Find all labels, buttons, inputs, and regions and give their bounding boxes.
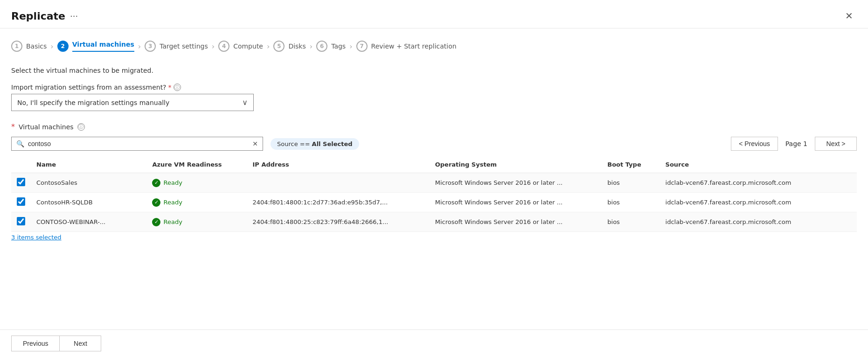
- step-1-label: Basics: [26, 42, 47, 50]
- vm-section-label: * Virtual machines ⓘ: [11, 122, 857, 131]
- row-2-boot: bios: [602, 193, 660, 212]
- vm-required-star: *: [11, 122, 15, 131]
- row-1-os: Microsoft Windows Server 2016 or later .…: [430, 173, 602, 193]
- search-icon: 🔍: [16, 140, 24, 147]
- row-1-boot: bios: [602, 173, 660, 193]
- step-sep-6: ›: [349, 42, 352, 51]
- row-1-checkbox-cell: [11, 173, 31, 193]
- col-os-header: Operating System: [430, 156, 602, 173]
- step-7-label: Review + Start replication: [371, 42, 457, 50]
- row-1-ip: [247, 173, 430, 193]
- row-2-ready-label: Ready: [163, 199, 182, 206]
- selected-count-link[interactable]: 3 items selected: [11, 234, 62, 241]
- row-1-checkbox[interactable]: [17, 178, 25, 186]
- row-3-os: Microsoft Windows Server 2016 or later .…: [430, 212, 602, 232]
- table-row: ContosoHR-SQLDB ✓ Ready 2404:f801:4800:1…: [11, 193, 857, 212]
- step-virtual-machines[interactable]: 2 Virtual machines: [57, 37, 134, 56]
- bottom-next-button[interactable]: Next: [59, 336, 101, 351]
- filter-value: All Selected: [312, 140, 353, 147]
- row-3-source: idclab-vcen67.fareast.corp.microsoft.com: [660, 212, 857, 232]
- row-2-checkbox[interactable]: [17, 197, 25, 206]
- step-disks[interactable]: 5 Disks: [273, 37, 306, 56]
- row-1-readiness: ✓ Ready: [146, 173, 247, 193]
- clear-search-icon[interactable]: ✕: [252, 140, 258, 147]
- filter-pill[interactable]: Source == All Selected: [271, 138, 359, 150]
- row-1-ready-label: Ready: [163, 179, 182, 186]
- table-row: ContosoSales ✓ Ready Microsoft Windows S…: [11, 173, 857, 193]
- step-basics[interactable]: 1 Basics: [11, 37, 47, 56]
- vm-info-icon[interactable]: ⓘ: [77, 123, 85, 131]
- row-2-name: ContosoHR-SQLDB: [31, 193, 146, 212]
- table-header: Name Azure VM Readiness IP Address Opera…: [11, 156, 857, 173]
- step-target-settings[interactable]: 3 Target settings: [145, 37, 208, 56]
- vm-table: Name Azure VM Readiness IP Address Opera…: [11, 156, 857, 232]
- pagination-controls: < Previous Page 1 Next >: [731, 137, 857, 151]
- step-3-circle: 3: [145, 41, 156, 52]
- row-3-ready-label: Ready: [163, 218, 182, 225]
- section-description: Select the virtual machines to be migrat…: [11, 67, 857, 74]
- step-tags[interactable]: 6 Tags: [316, 37, 346, 56]
- step-2-circle: 2: [57, 41, 69, 52]
- row-3-checkbox[interactable]: [17, 217, 25, 225]
- page-title: Replicate: [11, 10, 65, 22]
- step-3-label: Target settings: [160, 42, 208, 50]
- step-review[interactable]: 7 Review + Start replication: [356, 37, 457, 56]
- import-field-label: Import migration settings from an assess…: [11, 84, 857, 91]
- vm-section: * Virtual machines ⓘ 🔍 ✕ Source == All S…: [11, 122, 857, 241]
- close-button[interactable]: ✕: [841, 8, 857, 23]
- step-4-circle: 4: [218, 41, 229, 52]
- search-input[interactable]: [28, 140, 249, 147]
- row-2-source: idclab-vcen67.fareast.corp.microsoft.com: [660, 193, 857, 212]
- content-area: Select the virtual machines to be migrat…: [0, 56, 868, 241]
- row-3-ready-icon: ✓: [152, 218, 160, 226]
- page-header: Replicate ··· ✕: [0, 0, 868, 28]
- col-ip-header: IP Address: [247, 156, 430, 173]
- more-options-icon[interactable]: ···: [70, 11, 78, 21]
- import-dropdown-value: No, I'll specify the migration settings …: [17, 99, 169, 106]
- row-3-readiness: ✓ Ready: [146, 212, 247, 232]
- import-required-star: *: [168, 84, 172, 91]
- filter-label: Source ==: [277, 140, 310, 147]
- row-2-ip: 2404:f801:4800:1c:2d77:36ad:e95b:35d7,..…: [247, 193, 430, 212]
- bottom-previous-button[interactable]: Previous: [11, 336, 59, 351]
- row-2-os: Microsoft Windows Server 2016 or later .…: [430, 193, 602, 212]
- step-4-label: Compute: [233, 42, 263, 50]
- col-checkbox: [11, 156, 31, 173]
- table-row: CONTOSO-WEBINAR-... ✓ Ready 2404:f801:48…: [11, 212, 857, 232]
- import-dropdown[interactable]: No, I'll specify the migration settings …: [11, 94, 254, 111]
- step-2-label: Virtual machines: [72, 41, 134, 52]
- row-3-boot: bios: [602, 212, 660, 232]
- step-sep-5: ›: [310, 42, 312, 51]
- row-1-ready-icon: ✓: [152, 179, 160, 187]
- col-source-header: Source: [660, 156, 857, 173]
- col-boot-header: Boot Type: [602, 156, 660, 173]
- row-2-checkbox-cell: [11, 193, 31, 212]
- step-sep-1: ›: [50, 42, 53, 51]
- vm-table-container: Name Azure VM Readiness IP Address Opera…: [11, 156, 857, 241]
- step-sep-3: ›: [212, 42, 215, 51]
- next-page-button[interactable]: Next >: [815, 137, 857, 151]
- dropdown-arrow-icon: ∨: [242, 98, 248, 107]
- table-header-row: Name Azure VM Readiness IP Address Opera…: [11, 156, 857, 173]
- col-name-header: Name: [31, 156, 146, 173]
- row-3-ip: 2404:f801:4800:25:c823:79ff:6a48:2666,1.…: [247, 212, 430, 232]
- table-body: ContosoSales ✓ Ready Microsoft Windows S…: [11, 173, 857, 232]
- title-area: Replicate ···: [11, 10, 78, 22]
- step-6-label: Tags: [331, 42, 346, 50]
- search-box[interactable]: 🔍 ✕: [11, 137, 263, 151]
- controls-row: 🔍 ✕ Source == All Selected < Previous Pa…: [11, 137, 857, 151]
- bottom-nav: Previous Next: [0, 329, 868, 357]
- row-1-name: ContosoSales: [31, 173, 146, 193]
- col-readiness-header: Azure VM Readiness: [146, 156, 247, 173]
- row-2-readiness: ✓ Ready: [146, 193, 247, 212]
- step-5-circle: 5: [273, 41, 285, 52]
- step-compute[interactable]: 4 Compute: [218, 37, 263, 56]
- step-1-circle: 1: [11, 41, 22, 52]
- import-info-icon[interactable]: ⓘ: [174, 84, 181, 91]
- step-5-label: Disks: [288, 42, 306, 50]
- step-7-circle: 7: [356, 41, 368, 52]
- row-3-name: CONTOSO-WEBINAR-...: [31, 212, 146, 232]
- step-sep-4: ›: [267, 42, 270, 51]
- prev-page-button[interactable]: < Previous: [731, 137, 778, 151]
- step-sep-2: ›: [138, 42, 141, 51]
